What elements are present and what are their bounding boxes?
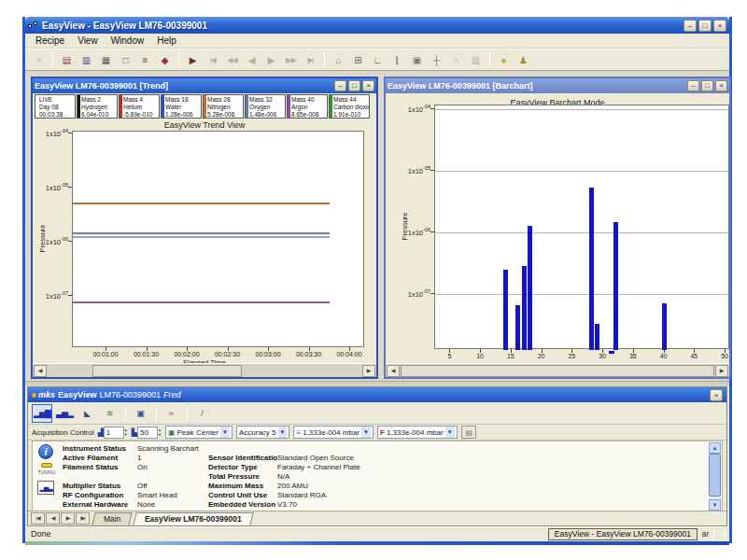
fullscale-icon[interactable]: F1.333e-004 mbar▼: [377, 426, 458, 439]
spinner-value[interactable]: 1: [104, 427, 124, 439]
channel-box[interactable]: Mass 40Argon8.65e-008: [287, 94, 328, 119]
rewind-icon: ◀◀: [223, 51, 241, 68]
trend-title-bar[interactable]: EasyView LM76-00399001 [Trend] –□×: [33, 78, 376, 93]
menu-view[interactable]: View: [71, 35, 105, 47]
close-button[interactable]: ×: [713, 20, 726, 32]
scroll-thumb[interactable]: [92, 365, 242, 377]
trend-axes-icon[interactable]: ∟: [369, 51, 387, 68]
recipe-list-icon[interactable]: ≡: [136, 51, 154, 68]
zoom-window-icon[interactable]: ▣: [408, 51, 426, 68]
scroll-right-icon[interactable]: ▶: [715, 365, 728, 377]
load-recipe-icon[interactable]: ▤: [58, 51, 76, 68]
scroll-left-icon[interactable]: ◀: [34, 365, 47, 377]
y-axis-tick-label: 1x10-05: [386, 165, 430, 175]
dropdown[interactable]: Accuracy 5▼: [236, 426, 290, 439]
mass-start-spinner[interactable]: ▟1▲▼: [98, 427, 128, 439]
key-icon[interactable]: ●: [495, 51, 513, 68]
title-bar[interactable]: EasyView - EasyView LM76-00399001 –□×: [25, 17, 729, 34]
scroll-thumb[interactable]: [709, 454, 721, 497]
panel-vscrollbar[interactable]: ▲ ▼: [709, 442, 721, 511]
barchart-hscrollbar[interactable]: ◀▶: [386, 363, 729, 377]
barchart-title-bar[interactable]: EasyView LM76-00399001 [Barchart] –□×: [386, 78, 729, 93]
chevron-down-icon[interactable]: ▼: [361, 427, 371, 438]
spinner-arrows[interactable]: ▲▼: [124, 427, 128, 437]
trend-mode-icon[interactable]: ▃▅▂: [54, 404, 75, 423]
close-button[interactable]: ×: [362, 80, 374, 91]
pressure-range-icon[interactable]: ≡1.333e-004 mbar▼: [293, 426, 374, 439]
tab-nav-2[interactable]: ▶: [61, 512, 75, 525]
gridline: [435, 171, 728, 172]
tab-main[interactable]: Main: [92, 512, 133, 525]
minimize-button[interactable]: –: [684, 20, 697, 32]
peak-mode-icon[interactable]: ▣Peak Center▼: [165, 426, 233, 439]
table-row: Filament StatusOnDetector TypeFaraday + …: [63, 463, 703, 472]
eraser-icon[interactable]: ◆: [156, 51, 174, 68]
trend-hscrollbar[interactable]: ◀▶: [33, 363, 376, 377]
status-label: RF Configuration: [63, 491, 137, 500]
maximize-button[interactable]: □: [701, 80, 713, 91]
minimize-button[interactable]: –: [334, 80, 346, 91]
scroll-down-icon[interactable]: ▼: [709, 499, 721, 511]
tab-nav-1[interactable]: ◀: [46, 512, 60, 525]
info-icon[interactable]: i: [38, 444, 53, 459]
desktop: EasyView - EasyView LM76-00399001 –□× Re…: [0, 0, 747, 560]
scroll-up-icon[interactable]: ▲: [709, 442, 721, 454]
status-value: Standard RGA: [277, 491, 703, 500]
scroll-left-icon[interactable]: ◀: [387, 365, 400, 377]
user-icon[interactable]: ♟: [514, 51, 532, 68]
unlock-icon[interactable]: ⌂: [330, 51, 347, 68]
spinner-arrows[interactable]: ▲▼: [158, 427, 162, 437]
x-axis-tick-label: 00:01:30: [126, 351, 167, 357]
chevron-down-icon[interactable]: ▼: [220, 427, 230, 438]
channel-box[interactable]: Mass 4Helium-5.89e-010: [119, 94, 160, 119]
delete-icon: ×: [30, 51, 48, 68]
chart-icon[interactable]: ▂▅▃: [37, 481, 54, 495]
log-icon[interactable]: ▤: [461, 426, 476, 439]
channel-box[interactable]: Mass 44Carbon dioxide1.91e-010: [329, 94, 370, 119]
scroll-right-icon[interactable]: ▶: [362, 365, 375, 377]
channel-box[interactable]: Mass 32Oxygen1.48e-006: [245, 94, 286, 119]
bar-mass-28: [589, 188, 594, 350]
menu-window[interactable]: Window: [105, 35, 151, 47]
chevron-down-icon[interactable]: ▼: [445, 427, 455, 438]
menu-recipe[interactable]: Recipe: [29, 35, 71, 47]
overlay-mode-icon[interactable]: ≋: [99, 404, 120, 423]
spinner-value[interactable]: 50: [137, 427, 158, 439]
menu-help[interactable]: Help: [150, 35, 183, 47]
chevron-down-icon[interactable]: ▼: [278, 427, 288, 438]
tab-nav-0[interactable]: |◀: [31, 512, 45, 525]
status-value: Smart Head: [137, 491, 208, 500]
save-recipe-icon[interactable]: ▥: [78, 51, 95, 68]
peak-jump-mode-icon[interactable]: ◣: [77, 404, 97, 423]
tile-windows-icon[interactable]: ⊞: [349, 51, 367, 68]
preview-icon[interactable]: □: [117, 51, 134, 68]
tuning-indicator[interactable]: TUNING: [35, 463, 59, 475]
print-icon[interactable]: ▦: [97, 51, 115, 68]
channel-box[interactable]: Mass 18Water1.28e-006: [161, 94, 202, 119]
save-icon[interactable]: ▣: [130, 404, 150, 423]
channel-box[interactable]: Mass 28Nitrogen5.28e-006: [203, 94, 244, 119]
scroll-thumb[interactable]: [401, 365, 714, 377]
tab-nav-3[interactable]: ▶|: [76, 512, 90, 525]
easyview-window: EasyView - EasyView LM76-00399001 –□× Re…: [22, 17, 732, 543]
panel-close-button[interactable]: ×: [710, 389, 723, 401]
maximize-button[interactable]: □: [348, 80, 360, 91]
mass-end-spinner[interactable]: ▙50▲▼: [132, 427, 162, 439]
close-button[interactable]: ×: [715, 80, 727, 91]
y-axis-tick: [68, 295, 72, 296]
tab-easyview-lm76-00399001[interactable]: EasyView LM76-00399001: [134, 512, 254, 525]
barchart-axes-icon[interactable]: ⌊: [388, 51, 406, 68]
cursor-line-icon[interactable]: ┼: [428, 51, 445, 68]
degas-wave-icon[interactable]: ≈: [161, 404, 181, 423]
maximize-button[interactable]: □: [698, 20, 712, 32]
live-status-box[interactable]: LIVEDay 0800:03:38: [35, 94, 76, 119]
minimize-button[interactable]: –: [687, 80, 699, 91]
channel-box[interactable]: Mass 2Hydrogen6.04e-010: [77, 94, 118, 119]
panel-title-bar[interactable]: mks EasyView LM76-00399001 Fred ×: [28, 387, 726, 402]
prev-scan-icon: ◀: [243, 51, 261, 68]
run-icon[interactable]: ▶: [184, 51, 202, 68]
status-label: Embedded Version: [208, 500, 277, 510]
wrench-icon[interactable]: /: [191, 404, 212, 423]
trend-series-mass-18-water: [73, 236, 330, 238]
barchart-mode-icon[interactable]: ▂▅▇: [32, 404, 52, 423]
